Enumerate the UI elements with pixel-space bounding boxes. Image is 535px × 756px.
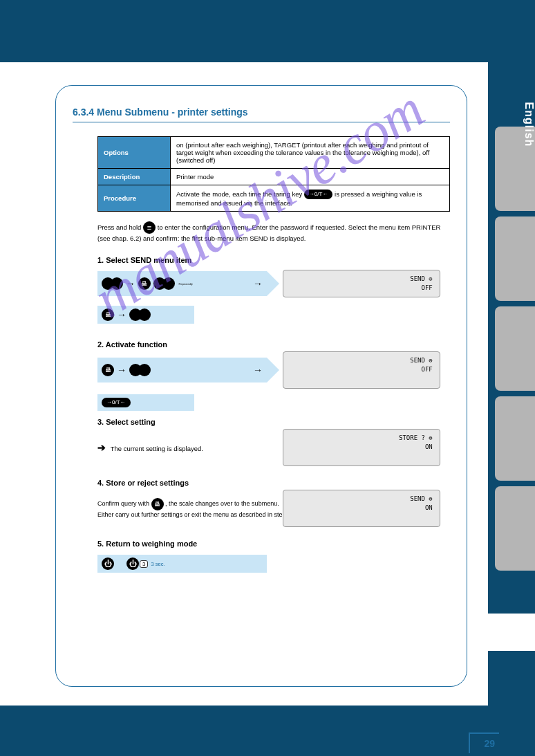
power-icon: [102, 557, 114, 570]
arrow-icon: →: [117, 365, 126, 376]
power-icon: [126, 557, 139, 570]
menu-icon: [111, 277, 123, 290]
print-icon: [138, 277, 151, 290]
tab[interactable]: [495, 396, 535, 481]
row-label: Options: [98, 137, 171, 169]
arrow-icon: →: [253, 278, 263, 289]
tab[interactable]: [495, 306, 535, 391]
tare-key-icon: →0/T←: [304, 190, 333, 199]
display-panel: STORE ? ⊜ ON: [283, 429, 440, 466]
menu-icon: [138, 308, 151, 321]
tare-key-icon: →0/T←: [102, 398, 131, 407]
arrow-icon: ➔: [97, 442, 106, 453]
hold-indicator: 3: [140, 560, 148, 568]
flow-step: → →: [97, 358, 267, 382]
flow-step: 3 3 sec.: [97, 555, 267, 573]
row-label: Procedure: [98, 185, 171, 212]
step-title: 4. Store or reject settings: [97, 479, 450, 487]
step-note: Confirm query with , the scale changes o…: [97, 498, 267, 519]
print-icon: [102, 364, 114, 376]
flow-step: →: [97, 306, 194, 324]
row-value: Printer mode: [171, 169, 450, 185]
step-title: 1. Select SEND menu item: [97, 256, 450, 264]
menu-note: Press and hold to enter the configuratio…: [97, 221, 450, 243]
arrow-icon: →: [253, 365, 263, 376]
duration-label: 3 sec.: [151, 561, 165, 567]
step-title: 5. Return to weighing mode: [97, 540, 450, 548]
arrow-icon: →: [126, 278, 135, 289]
step-note: ➔ The current setting is displayed.: [97, 442, 267, 454]
flow-step: → Repeatedly →: [97, 271, 267, 296]
side-language-label: English: [523, 0, 535, 297]
menu-icon: [143, 221, 156, 234]
flow-text: [102, 277, 123, 290]
display-panel: SEND ⊜ OFF: [283, 351, 440, 389]
settings-table: Options on (printout after each weighing…: [97, 136, 450, 212]
flow-label: Repeatedly: [179, 282, 193, 286]
flow-step: →0/T←: [97, 394, 194, 411]
print-icon: [151, 498, 164, 510]
section-title: 6.3.4 Menu Submenu - printer settings: [73, 107, 450, 122]
row-label: Description: [98, 169, 171, 185]
row-value: on (printout after each weighing), TARGE…: [171, 137, 450, 169]
display-panel: SEND ⊜ ON: [283, 490, 440, 527]
step-title: 2. Activate function: [97, 340, 450, 349]
active-tab-indicator: [488, 614, 535, 651]
menu-icon: [138, 364, 151, 376]
menu-icon: [162, 277, 175, 290]
row-value: Activate the mode, each time the taring …: [171, 185, 450, 212]
tab[interactable]: [495, 486, 535, 571]
content-frame: 6.3.4 Menu Submenu - printer settings Op…: [55, 85, 467, 687]
page-number: 29: [469, 732, 499, 753]
display-panel: SEND ⊙ OFF: [283, 270, 440, 297]
arrow-icon: →: [117, 309, 126, 320]
print-icon: [102, 308, 114, 321]
step-title: 3. Select setting: [97, 418, 450, 426]
